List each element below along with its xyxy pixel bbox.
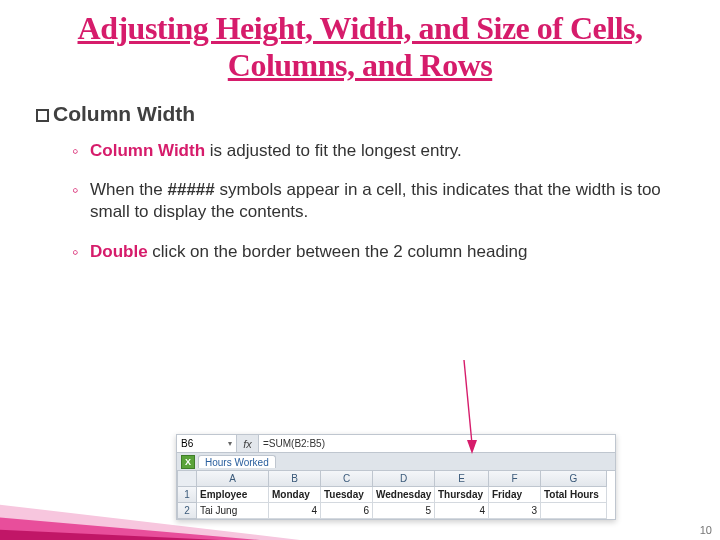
col-header[interactable]: E xyxy=(435,471,489,487)
chevron-down-icon: ▾ xyxy=(228,439,232,448)
bullet-rest: click on the border between the 2 column… xyxy=(148,242,528,261)
sheet-tab[interactable]: Hours Worked xyxy=(198,455,276,468)
fx-button[interactable]: fx xyxy=(237,435,259,452)
bullet-strong: Column Width xyxy=(90,141,205,160)
bullet-item: Column Width is adjusted to fit the long… xyxy=(72,140,720,162)
bullet-pre: When the xyxy=(90,180,168,199)
cell[interactable]: 4 xyxy=(269,503,321,519)
arrow-icon xyxy=(456,358,480,454)
bullet-list: Column Width is adjusted to fit the long… xyxy=(72,140,720,263)
bullet-item: When the ##### symbols appear in a cell,… xyxy=(72,179,720,223)
col-header[interactable]: D xyxy=(373,471,435,487)
bullet-item: Double click on the border between the 2… xyxy=(72,241,720,263)
cell[interactable] xyxy=(541,503,607,519)
cell[interactable]: Tai Jung xyxy=(197,503,269,519)
col-header[interactable]: F xyxy=(489,471,541,487)
section-heading-text: Column Width xyxy=(53,102,195,125)
cell[interactable]: 6 xyxy=(321,503,373,519)
slide-title: Adjusting Height, Width, and Size of Cel… xyxy=(0,0,720,84)
cell[interactable]: Employee xyxy=(197,487,269,503)
col-header[interactable]: A xyxy=(197,471,269,487)
col-header[interactable]: G xyxy=(541,471,607,487)
section-heading: Column Width xyxy=(36,102,720,126)
square-bullet-icon xyxy=(36,109,49,122)
svg-marker-1 xyxy=(467,440,477,454)
col-header[interactable]: C xyxy=(321,471,373,487)
cell[interactable]: Friday xyxy=(489,487,541,503)
cell[interactable]: Tuesday xyxy=(321,487,373,503)
col-header[interactable]: B xyxy=(269,471,321,487)
bullet-rest: is adjusted to fit the longest entry. xyxy=(205,141,462,160)
formula-input[interactable]: =SUM(B2:B5) xyxy=(259,435,615,452)
page-number: 10 xyxy=(700,524,712,536)
excel-screenshot: B6 ▾ fx =SUM(B2:B5) X Hours Worked A B C… xyxy=(176,434,616,520)
name-box[interactable]: B6 ▾ xyxy=(177,435,237,452)
sheet-tab-row: X Hours Worked xyxy=(177,453,615,471)
cell[interactable]: 5 xyxy=(373,503,435,519)
excel-icon: X xyxy=(181,455,195,469)
row-header[interactable]: 1 xyxy=(177,487,197,503)
formula-bar: B6 ▾ fx =SUM(B2:B5) xyxy=(177,435,615,453)
bullet-strong: Double xyxy=(90,242,148,261)
cell[interactable]: 3 xyxy=(489,503,541,519)
cell[interactable]: Thursday xyxy=(435,487,489,503)
bullet-strong: ##### xyxy=(168,180,215,199)
svg-line-0 xyxy=(464,360,472,444)
cell[interactable]: 4 xyxy=(435,503,489,519)
spreadsheet-grid: A B C D E F G 1 Employee Monday Tuesday … xyxy=(177,471,615,519)
select-all-corner[interactable] xyxy=(177,471,197,487)
cell[interactable]: Wednesday xyxy=(373,487,435,503)
cell[interactable]: Total Hours xyxy=(541,487,607,503)
cell[interactable]: Monday xyxy=(269,487,321,503)
name-box-value: B6 xyxy=(181,438,193,449)
row-header[interactable]: 2 xyxy=(177,503,197,519)
